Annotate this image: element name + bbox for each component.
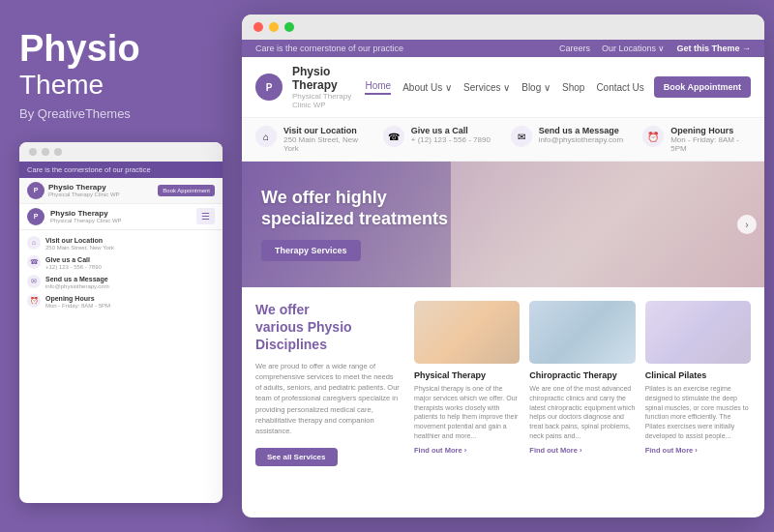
get-theme-link[interactable]: Get this Theme →	[676, 44, 751, 53]
browser-dot-close[interactable]	[253, 22, 263, 32]
mini-nav: P Physio Therapy Physical Therapy Clinic…	[19, 178, 223, 204]
nav-about[interactable]: About Us ∨	[402, 82, 452, 93]
main-nav: P Physio Therapy Physical Therapy Clinic…	[242, 57, 764, 118]
careers-link[interactable]: Careers	[559, 44, 590, 53]
hero-cta-btn[interactable]: Therapy Services	[261, 240, 361, 261]
brand-title: Physio Theme By QreativeThemes	[19, 29, 223, 142]
content-section: We offer various Physio Disciplines We a…	[242, 287, 764, 480]
phone-icon: ☎	[383, 126, 404, 147]
disciplines-description: We offer various Physio Disciplines We a…	[255, 301, 401, 466]
nav-contact[interactable]: Contact Us	[596, 82, 643, 93]
topbar-links: Careers Our Locations ∨ Get this Theme →	[559, 44, 751, 53]
mini-location-icon: ⌂	[27, 236, 41, 250]
browser-chrome-bar	[242, 15, 764, 40]
card-link-ct[interactable]: Find out More ›	[529, 446, 635, 455]
mini-browser: Care is the cornerstone of our practice …	[19, 142, 223, 503]
disciplines-heading: We offer various Physio Disciplines	[255, 301, 401, 354]
location-info: ⌂ Visit our Location 250 Main Street, Ne…	[255, 126, 364, 153]
nav-shop[interactable]: Shop	[562, 82, 584, 93]
mini-dot-2	[42, 148, 49, 156]
locations-link[interactable]: Our Locations ∨	[602, 44, 666, 53]
mini-menu-icon[interactable]: ☰	[196, 208, 215, 224]
hero-heading: We offer highly specialized treatments	[261, 188, 448, 229]
disciplines-body: We are proud to offer a wide range of co…	[255, 361, 401, 437]
mini-brand-logo: P	[27, 208, 45, 225]
card-img-physical-therapy	[414, 301, 520, 364]
card-text-pt: Physical therapy is one of the major ser…	[414, 384, 520, 441]
mini-email-icon: ✉	[27, 275, 41, 288]
hero-background	[451, 162, 764, 287]
card-link-cp[interactable]: Find out More ›	[645, 446, 751, 455]
message-info: ✉ Send us a Message info@physiotherapy.c…	[511, 126, 624, 153]
nav-links: Home About Us ∨ Services ∨ Blog ∨ Shop C…	[365, 80, 643, 95]
card-img-chiropractic	[529, 301, 635, 364]
card-text-ct: We are one of the most advanced chiropra…	[529, 384, 635, 441]
email-icon: ✉	[511, 126, 532, 147]
call-info: ☎ Give us a Call + (12) 123 - 556 - 7890	[383, 126, 491, 153]
mini-book-btn[interactable]: Book Appointment	[158, 185, 215, 196]
mini-hours-row: ⏰ Opening Hours Mon - Friday: 8AM - 5PM	[27, 294, 215, 309]
card-clinical-pilates: Clinical Pilates Pilates is an exercise …	[645, 301, 751, 466]
nav-home[interactable]: Home	[365, 80, 391, 95]
see-services-btn[interactable]: See all Services	[255, 448, 338, 466]
nav-blog[interactable]: Blog ∨	[521, 82, 551, 93]
hero-content: We offer highly specialized treatments T…	[261, 188, 448, 260]
mini-email-row: ✉ Send us a Message info@physiotherapy.c…	[27, 275, 215, 289]
browser-dot-minimize[interactable]	[269, 22, 279, 32]
nav-brand: Physio Therapy Physical Therapy Clinic W…	[292, 65, 355, 109]
mini-info-section: ⌂ Visit our Location 250 Main Street, Ne…	[19, 230, 223, 314]
card-img-pilates	[645, 301, 751, 364]
card-physical-therapy: Physical Therapy Physical therapy is one…	[414, 301, 520, 466]
book-appointment-btn[interactable]: Book Appointment	[654, 76, 751, 98]
nav-logo: P	[255, 74, 283, 101]
card-title-pt: Physical Therapy	[414, 370, 520, 380]
mini-call-row: ☎ Give us a Call +12) 123 - 556 - 7890	[27, 255, 215, 270]
mini-location-row: ⌂ Visit our Location 250 Main Street, Ne…	[27, 236, 215, 251]
mini-clock-icon: ⏰	[27, 294, 41, 308]
clock-icon: ⏰	[642, 126, 664, 147]
hero-section: We offer highly specialized treatments T…	[242, 162, 764, 287]
card-link-pt[interactable]: Find out More ›	[414, 446, 520, 455]
card-text-cp: Pilates is an exercise regime designed t…	[645, 384, 751, 441]
mini-dot-3	[54, 148, 62, 156]
mini-phone-icon: ☎	[27, 255, 41, 269]
mini-nav-logo: P	[27, 182, 45, 199]
service-cards: Physical Therapy Physical therapy is one…	[414, 301, 751, 466]
card-title-cp: Clinical Pilates	[645, 370, 751, 380]
mini-topbar: Care is the cornerstone of our practice	[19, 162, 223, 178]
info-bar: ⌂ Visit our Location 250 Main Street, Ne…	[242, 118, 764, 162]
hours-info: ⏰ Opening Hours Mon - Friday: 8AM - 5PM	[642, 126, 751, 153]
mini-dot-1	[29, 148, 37, 156]
card-title-ct: Chiropractic Therapy	[529, 370, 635, 380]
hero-next-arrow[interactable]: ›	[737, 215, 757, 234]
mini-browser-bar	[19, 142, 223, 162]
announcement-bar: Care is the cornerstone of our practice …	[242, 40, 764, 57]
nav-services[interactable]: Services ∨	[463, 82, 510, 93]
main-browser: Care is the cornerstone of our practice …	[242, 15, 764, 517]
left-panel: Physio Theme By QreativeThemes Care is t…	[0, 0, 242, 532]
card-chiropractic-therapy: Chiropractic Therapy We are one of the m…	[529, 301, 635, 466]
browser-dot-maximize[interactable]	[284, 22, 294, 32]
location-icon: ⌂	[255, 126, 277, 147]
